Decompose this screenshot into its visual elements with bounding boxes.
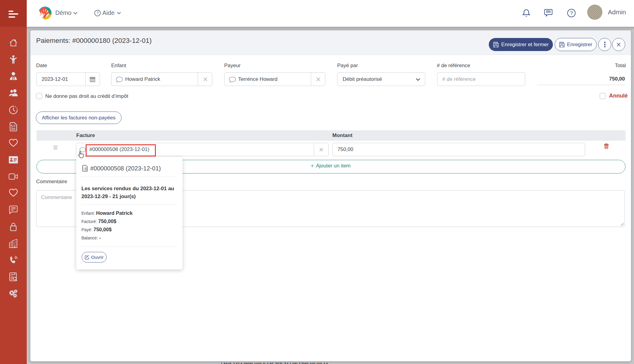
- svg-text:?: ?: [96, 11, 98, 15]
- svg-text:?: ?: [570, 10, 573, 16]
